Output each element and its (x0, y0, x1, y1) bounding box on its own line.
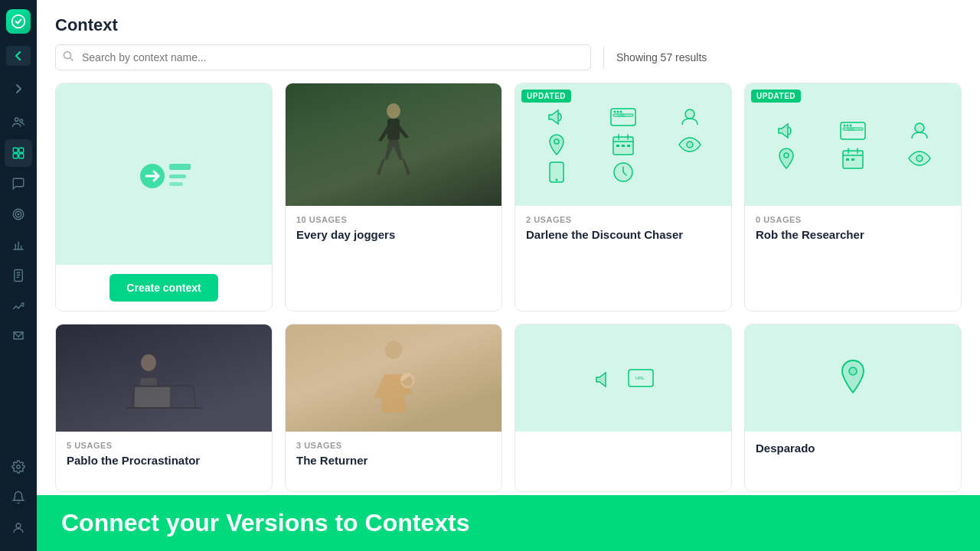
back-button[interactable] (6, 46, 31, 66)
icon-mobile (526, 161, 588, 184)
sidebar (0, 0, 37, 551)
sidebar-item-context[interactable] (5, 139, 32, 167)
svg-rect-31 (627, 145, 630, 147)
svg-point-12 (16, 523, 21, 528)
svg-rect-5 (13, 154, 18, 158)
svg-point-42 (915, 123, 924, 132)
icon-avatar (658, 106, 720, 129)
sidebar-item-settings[interactable] (5, 453, 32, 481)
card-darlene[interactable]: UPDATED URL (514, 83, 732, 311)
sidebar-item-chat[interactable] (5, 170, 32, 197)
divider (603, 47, 604, 68)
card-image-partial3: URL (515, 324, 731, 432)
card-image-pablo (56, 324, 272, 432)
cards-grid: Create context (37, 83, 980, 551)
main-content: Context Showing 57 results (37, 0, 980, 551)
search-container (55, 44, 591, 70)
card-desparado[interactable]: Desparado (744, 324, 962, 492)
sidebar-item-audience[interactable] (5, 109, 32, 136)
svg-point-37 (843, 125, 845, 127)
svg-point-13 (64, 52, 71, 59)
card-image-rob: UPDATED URL (745, 83, 961, 206)
card-image-returner (286, 324, 501, 432)
svg-point-2 (20, 119, 23, 122)
create-context-button[interactable]: Create context (109, 274, 217, 302)
svg-point-47 (916, 155, 923, 161)
updated-badge-rob: UPDATED (751, 90, 801, 103)
card-pablo[interactable]: 5 USAGES Pablo the Procrastinator (55, 324, 273, 492)
banner-text: Connect your Versions to Contexts (61, 509, 469, 536)
svg-rect-17 (169, 182, 183, 186)
card-rob[interactable]: UPDATED URL (744, 83, 962, 311)
svg-rect-3 (13, 148, 18, 152)
icon-megaphone (526, 106, 588, 129)
page-title: Context (55, 15, 962, 35)
icon-empty (658, 161, 720, 184)
sidebar-item-metrics[interactable] (5, 231, 32, 259)
card-everyday-joggers[interactable]: 10 USAGES Every day joggers (285, 83, 502, 311)
icon-megaphone2 (756, 119, 818, 142)
usages-label-pablo: 5 USAGES (67, 441, 261, 450)
card-returner[interactable]: 3 USAGES The Returner (285, 324, 502, 492)
search-row: Showing 57 results (37, 44, 980, 83)
sidebar-bottom (5, 453, 32, 542)
svg-rect-4 (19, 148, 24, 152)
icon-avatar2 (888, 119, 950, 142)
page-header: Context (37, 0, 980, 44)
card-body-rob: 0 USAGES Rob the Researcher (745, 206, 961, 252)
svg-point-7 (13, 209, 24, 220)
icon-location (526, 133, 588, 156)
svg-text:URL: URL (635, 376, 645, 380)
svg-rect-6 (19, 154, 24, 158)
svg-point-21 (613, 111, 616, 113)
usages-label-returner: 3 USAGES (296, 441, 491, 450)
search-input[interactable] (55, 44, 591, 70)
app-logo[interactable] (6, 9, 31, 34)
svg-point-8 (15, 211, 21, 217)
card-body-joggers: 10 USAGES Every day joggers (286, 206, 501, 252)
card-title-darlene: Darlene the Discount Chaser (526, 227, 720, 243)
card-body-desparado: Desparado (745, 432, 961, 465)
card-body-pablo: 5 USAGES Pablo the Procrastinator (56, 432, 272, 478)
card-title-rob: Rob the Researcher (756, 227, 950, 243)
search-icon (63, 51, 74, 64)
svg-rect-15 (169, 164, 191, 170)
icon-location2 (756, 147, 818, 170)
svg-rect-29 (616, 145, 619, 147)
svg-rect-16 (169, 174, 186, 178)
svg-rect-45 (846, 158, 849, 161)
card-body-darlene: 2 USAGES Darlene the Discount Chaser (515, 206, 731, 252)
icon-eye2 (888, 147, 950, 170)
icon-calendar (593, 133, 655, 156)
svg-point-26 (685, 109, 694, 119)
sidebar-item-messages[interactable] (5, 323, 32, 350)
svg-rect-30 (622, 145, 625, 147)
svg-point-34 (556, 179, 558, 181)
icon-url: URL (593, 106, 655, 129)
card-title-returner: The Returner (296, 453, 491, 468)
usages-label-rob: 0 USAGES (756, 215, 950, 224)
card-image-desparado (745, 324, 961, 432)
sidebar-item-notifications[interactable] (5, 484, 32, 511)
card-partial3[interactable]: URL (514, 324, 732, 492)
card-body-partial3 (515, 432, 731, 450)
card-image-joggers (286, 83, 501, 206)
svg-rect-10 (15, 270, 23, 282)
svg-point-18 (387, 103, 400, 119)
sidebar-item-user[interactable] (5, 514, 32, 542)
svg-rect-46 (851, 158, 854, 161)
sidebar-item-growth[interactable] (5, 292, 32, 320)
sidebar-item-report[interactable] (5, 262, 32, 289)
card-title-desparado: Desparado (756, 441, 950, 456)
create-card-image (56, 83, 272, 265)
sidebar-item-target[interactable] (5, 201, 32, 228)
bottom-banner: Connect your Versions to Contexts (37, 495, 980, 551)
svg-rect-19 (387, 119, 400, 140)
svg-point-51 (385, 341, 402, 359)
forward-button[interactable] (5, 75, 32, 103)
create-context-card[interactable]: Create context (55, 83, 273, 311)
icon-calendar2 (822, 147, 884, 170)
svg-text:URL: URL (618, 113, 626, 118)
usages-label-darlene: 2 USAGES (526, 215, 720, 224)
card-title-joggers: Every day joggers (296, 227, 491, 243)
